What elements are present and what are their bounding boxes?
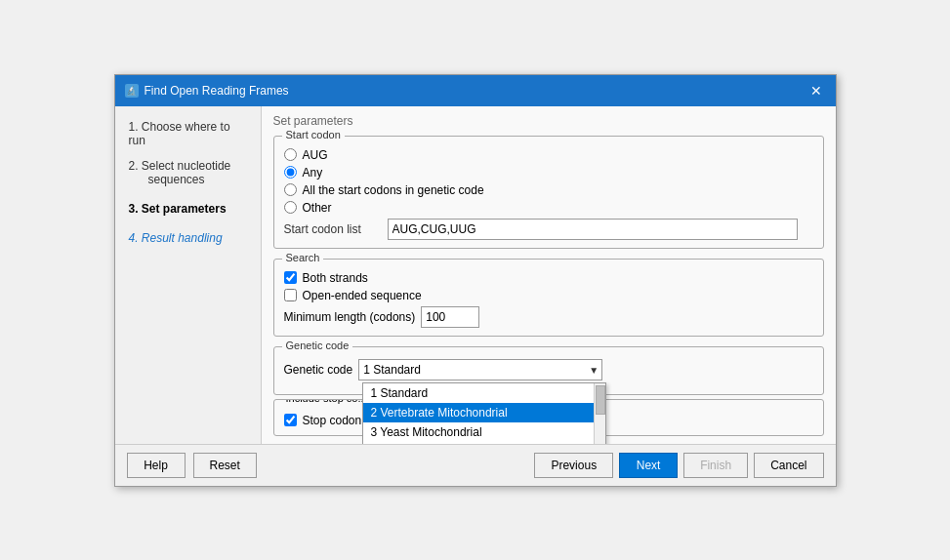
min-length-input[interactable] [421, 306, 479, 328]
both-strands-row: Both strands [284, 271, 813, 285]
start-codon-group: Start codon AUG Any All the start codons… [273, 136, 824, 249]
radio-all-start[interactable] [284, 183, 297, 196]
genetic-code-dropdown-container: 1 Standard 2 Vertebrate Mitochondrial 3 … [358, 359, 602, 380]
radio-any-label[interactable]: Any [303, 166, 323, 180]
search-legend: Search [282, 252, 324, 263]
stop-codon-label[interactable]: Stop codon [303, 414, 362, 427]
radio-other[interactable] [284, 201, 297, 214]
bottom-bar: Help Reset Previous Next Finish Cancel [115, 444, 836, 486]
bottom-right-buttons: Previous Next Finish Cancel [534, 453, 823, 478]
radio-other-label[interactable]: Other [303, 201, 332, 215]
help-button[interactable]: Help [127, 453, 186, 478]
sidebar: 1. Choose where to run 2. Select nucleot… [115, 106, 262, 444]
sidebar-item-select-nucleotide[interactable]: 2. Select nucleotide sequences [123, 155, 253, 190]
radio-all-start-row: All the start codons in genetic code [284, 183, 813, 197]
dropdown-scrollbar-thumb [596, 385, 605, 415]
codon-list-input[interactable] [388, 219, 798, 240]
radio-aug-label[interactable]: AUG [303, 148, 328, 162]
genetic-code-label: Genetic code [284, 363, 353, 377]
close-button[interactable]: ✕ [806, 81, 826, 100]
stop-codon-checkbox[interactable] [284, 414, 297, 426]
genetic-code-select[interactable]: 1 Standard 2 Vertebrate Mitochondrial 3 … [358, 359, 602, 380]
popup-item-4-mold[interactable]: 4 Mold Mitochondrial [363, 442, 605, 444]
radio-aug-row: AUG [284, 148, 813, 162]
codon-list-row: Start codon list [284, 219, 813, 240]
genetic-code-legend: Genetic code [282, 340, 353, 351]
open-ended-label[interactable]: Open-ended sequence [303, 289, 422, 302]
genetic-code-group: Genetic code Genetic code 1 Standard 2 V… [273, 346, 824, 395]
sidebar-item-set-parameters[interactable]: 3. Set parameters [123, 198, 253, 220]
title-bar: 🔬 Find Open Reading Frames ✕ [115, 75, 836, 106]
popup-item-1-standard[interactable]: 1 Standard [363, 383, 605, 403]
both-strands-checkbox[interactable] [284, 271, 297, 284]
codon-list-label: Start codon list [284, 222, 382, 236]
dialog-icon: 🔬 [125, 84, 139, 98]
radio-any[interactable] [284, 166, 297, 179]
min-length-label: Minimum length (codons) [284, 310, 416, 324]
dropdown-scrollbar[interactable] [594, 383, 605, 444]
section-title: Set parameters [273, 114, 824, 128]
open-ended-row: Open-ended sequence [284, 289, 813, 302]
radio-other-row: Other [284, 201, 813, 215]
bottom-left-buttons: Help Reset [127, 453, 257, 478]
next-button[interactable]: Next [619, 453, 678, 478]
sidebar-item-result-handling[interactable]: 4. Result handling [123, 227, 253, 249]
dialog-body: 1. Choose where to run 2. Select nucleot… [115, 106, 836, 444]
start-codon-legend: Start codon [282, 129, 345, 140]
both-strands-label[interactable]: Both strands [303, 271, 368, 285]
finish-button[interactable]: Finish [683, 453, 748, 478]
sidebar-item-choose-where[interactable]: 1. Choose where to run [123, 116, 253, 151]
previous-button[interactable]: Previous [534, 453, 613, 478]
reset-button[interactable]: Reset [193, 453, 257, 478]
genetic-code-row: Genetic code 1 Standard 2 Vertebrate Mit… [284, 359, 813, 380]
radio-all-start-label[interactable]: All the start codons in genetic code [303, 183, 484, 197]
radio-any-row: Any [284, 166, 813, 180]
include-stop-legend: Include stop co... [282, 399, 371, 404]
popup-item-2-vertebrate[interactable]: 2 Vertebrate Mitochondrial [363, 403, 605, 422]
genetic-code-dropdown-popup: 1 Standard 2 Vertebrate Mitochondrial 3 … [362, 382, 606, 444]
dialog-title: Find Open Reading Frames [145, 84, 289, 98]
radio-aug[interactable] [284, 148, 297, 161]
search-group: Search Both strands Open-ended sequence … [273, 259, 824, 337]
find-orf-dialog: 🔬 Find Open Reading Frames ✕ 1. Choose w… [114, 74, 837, 487]
cancel-button[interactable]: Cancel [754, 453, 823, 478]
popup-item-3-yeast[interactable]: 3 Yeast Mitochondrial [363, 422, 605, 442]
min-length-row: Minimum length (codons) [284, 306, 813, 328]
main-content: Set parameters Start codon AUG Any All [262, 106, 836, 444]
open-ended-checkbox[interactable] [284, 289, 297, 301]
